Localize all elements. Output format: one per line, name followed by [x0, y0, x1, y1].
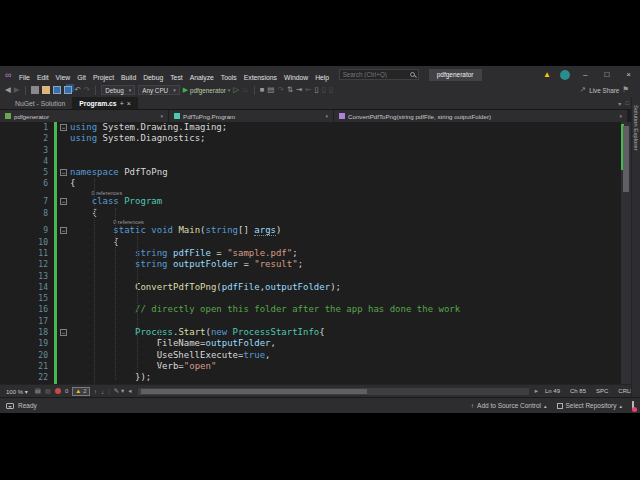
tab-nuget-solution[interactable]: NuGet - Solution: [8, 97, 72, 109]
redo-icon[interactable]: ↷: [84, 85, 90, 95]
menu-item-file[interactable]: File: [15, 73, 33, 82]
search-box[interactable]: [339, 69, 419, 80]
menu-item-test[interactable]: Test: [167, 73, 186, 82]
code-line[interactable]: 12 string outputFolder = "result";: [0, 259, 640, 270]
start-without-debugging-icon[interactable]: ▷: [233, 85, 239, 95]
search-input[interactable]: [343, 71, 410, 78]
navigate-back-icon[interactable]: ◀: [5, 85, 11, 95]
comment-icon[interactable]: ⇅: [287, 85, 293, 95]
notification-warning-icon[interactable]: ▲: [543, 70, 551, 79]
menu-item-git[interactable]: Git: [74, 73, 90, 82]
break-all-icon[interactable]: ■: [260, 85, 265, 95]
code-line[interactable]: 8 {: [0, 208, 640, 219]
step-over-icon[interactable]: ↷: [277, 85, 283, 95]
zoom-level-dropdown[interactable]: 100 % ▾: [3, 388, 31, 395]
menu-item-build[interactable]: Build: [118, 73, 140, 82]
code-line[interactable]: 7− class Program: [0, 196, 640, 207]
error-count[interactable]: 0: [65, 388, 68, 394]
hot-reload-icon[interactable]: ♨: [242, 85, 249, 95]
live-share-button[interactable]: ↗ Live Share: [580, 85, 619, 95]
member-dropdown[interactable]: ConvertPdfToPng(string pdfFile, string o…: [334, 110, 628, 123]
collapse-region-icon[interactable]: −: [60, 124, 67, 131]
menu-item-project[interactable]: Project: [89, 73, 117, 82]
code-line[interactable]: 18− Process.Start(new ProcessStartInfo{: [0, 327, 640, 338]
scroll-left-icon[interactable]: ◂: [128, 387, 131, 395]
code-line[interactable]: 6{: [0, 178, 640, 189]
collapse-region-icon[interactable]: −: [60, 169, 67, 176]
feedback-bubble-icon[interactable]: [6, 403, 14, 409]
collapse-region-icon[interactable]: −: [60, 227, 67, 234]
feedback-icon[interactable]: ⚑: [622, 85, 629, 95]
character-indicator[interactable]: Ch 85: [567, 388, 589, 394]
code-line[interactable]: 20 UseShellExecute=true,: [0, 350, 640, 361]
open-file-icon[interactable]: [42, 86, 50, 94]
save-icon[interactable]: [53, 86, 61, 94]
code-line[interactable]: 11 string pdfFile = "sample.pdf";: [0, 248, 640, 259]
save-all-icon[interactable]: [64, 86, 72, 94]
tab-close-icon[interactable]: ×: [127, 100, 131, 107]
menu-item-analyze[interactable]: Analyze: [186, 73, 217, 82]
collapse-region-icon[interactable]: −: [60, 198, 67, 205]
analysis-icon[interactable]: ▩: [45, 387, 51, 395]
close-button[interactable]: ×: [622, 70, 635, 79]
code-line[interactable]: 15: [0, 293, 640, 304]
menu-item-help[interactable]: Help: [312, 73, 333, 82]
line-indicator[interactable]: Ln 49: [542, 388, 563, 394]
undo-icon[interactable]: ↶: [75, 85, 81, 95]
type-dropdown[interactable]: PdfToPng.Program ▾: [169, 110, 334, 123]
code-line[interactable]: 2using System.Diagnostics;: [0, 133, 640, 144]
find-in-files-icon[interactable]: ▤: [267, 85, 274, 95]
code-line[interactable]: 22 });: [0, 372, 640, 383]
tab-program-cs[interactable]: Program.cs+×: [72, 97, 138, 109]
tab-list-dropdown-icon[interactable]: ▾: [618, 100, 621, 107]
solution-explorer-tab-label[interactable]: Solution Explorer: [633, 105, 639, 151]
project-dropdown[interactable]: pdfgenerator ▾: [0, 110, 169, 123]
next-bookmark-icon[interactable]: ▯: [329, 85, 333, 95]
notifications-button[interactable]: [632, 402, 634, 409]
code-line[interactable]: 4: [0, 156, 640, 167]
code-line[interactable]: 14 ConvertPdfToPng(pdfFile,outputFolder)…: [0, 282, 640, 293]
warning-filter-button[interactable]: ▲ 2: [72, 387, 89, 396]
vertical-scrollbar[interactable]: [621, 122, 631, 384]
previous-issue-icon[interactable]: ↑: [94, 388, 97, 395]
horizontal-scrollbar[interactable]: [138, 388, 529, 395]
solution-platform-dropdown[interactable]: Any CPU▾: [138, 85, 179, 95]
error-count-icon[interactable]: [55, 388, 61, 394]
outdent-icon[interactable]: ⇤: [305, 85, 311, 95]
document-health-icon[interactable]: ▤: [35, 387, 41, 395]
code-line[interactable]: 16 // directly open this folder after th…: [0, 304, 640, 315]
code-line[interactable]: 3: [0, 145, 640, 156]
code-line[interactable]: 5−namespace PdfToPng: [0, 167, 640, 178]
code-line[interactable]: 13: [0, 271, 640, 282]
navigate-forward-icon[interactable]: ▶: [14, 85, 20, 95]
code-line[interactable]: 17: [0, 316, 640, 327]
menu-item-tools[interactable]: Tools: [217, 73, 240, 82]
menu-item-view[interactable]: View: [52, 73, 74, 82]
next-issue-icon[interactable]: ↓: [101, 388, 104, 395]
menu-item-edit[interactable]: Edit: [33, 73, 52, 82]
previous-bookmark-icon[interactable]: ▯: [322, 85, 326, 95]
menu-item-debug[interactable]: Debug: [140, 73, 167, 82]
horizontal-scrollbar-thumb[interactable]: [141, 389, 368, 394]
collapse-region-icon[interactable]: −: [60, 329, 67, 336]
code-line[interactable]: 19 FileName=outputFolder,: [0, 338, 640, 349]
code-editor[interactable]: 1−using System.Drawing.Imaging;2using Sy…: [0, 122, 640, 384]
edit-mode-icon[interactable]: ✎ ▾: [114, 387, 125, 395]
vertical-scrollbar-thumb[interactable]: [623, 126, 629, 192]
code-line[interactable]: 9− static void Main(string[] args): [0, 225, 640, 236]
code-line[interactable]: 1−using System.Drawing.Imaging;: [0, 122, 640, 133]
solution-configuration-dropdown[interactable]: Debug▾: [101, 85, 135, 95]
select-repository-button[interactable]: Select Repository ▴: [557, 402, 622, 409]
solution-explorer-tab-strip[interactable]: Solution Explorer: [631, 97, 640, 397]
menu-item-extensions[interactable]: Extensions: [240, 73, 280, 82]
scroll-right-icon[interactable]: ▸: [535, 387, 538, 395]
start-debugging-button[interactable]: ▶ pdfgenerator ▾: [183, 86, 231, 94]
indent-icon[interactable]: ⇥: [296, 85, 302, 95]
spaces-indicator[interactable]: SPC: [593, 388, 611, 394]
float-window-icon[interactable]: □: [625, 100, 629, 106]
minimize-button[interactable]: –: [579, 70, 591, 79]
code-line[interactable]: 21 Verb="open": [0, 361, 640, 372]
menu-item-window[interactable]: Window: [280, 73, 311, 82]
code-line[interactable]: 10 {: [0, 237, 640, 248]
add-to-source-control-button[interactable]: ↑ Add to Source Control ▴: [471, 402, 547, 409]
